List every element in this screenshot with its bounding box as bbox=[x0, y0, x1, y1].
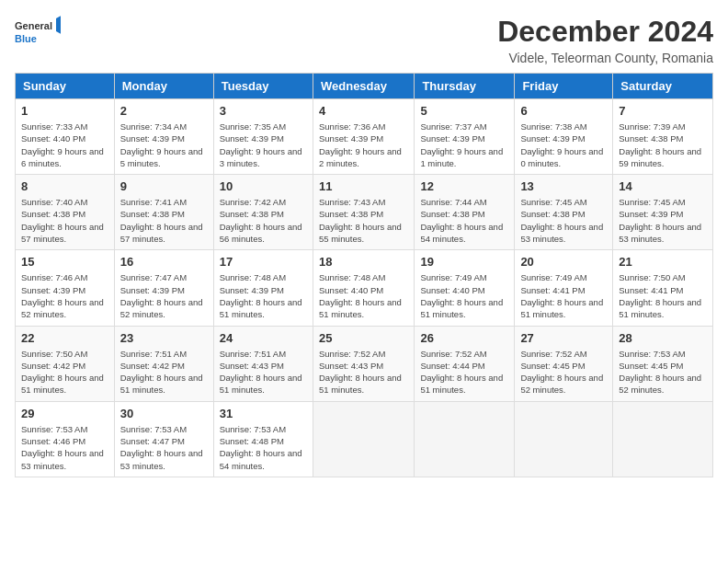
calendar-cell: 8Sunrise: 7:40 AMSunset: 4:38 PMDaylight… bbox=[16, 175, 115, 250]
day-info: Sunrise: 7:53 AMSunset: 4:47 PMDaylight:… bbox=[120, 423, 208, 472]
calendar-cell: 12Sunrise: 7:44 AMSunset: 4:38 PMDayligh… bbox=[415, 175, 515, 250]
svg-text:General: General bbox=[15, 20, 52, 31]
calendar-cell: 6Sunrise: 7:38 AMSunset: 4:39 PMDaylight… bbox=[515, 99, 613, 175]
day-number: 17 bbox=[220, 255, 307, 269]
col-saturday: Saturday bbox=[613, 74, 713, 99]
day-number: 11 bbox=[319, 179, 408, 193]
calendar-cell: 17Sunrise: 7:48 AMSunset: 4:39 PMDayligh… bbox=[213, 250, 313, 326]
col-monday: Monday bbox=[114, 74, 213, 99]
col-sunday: Sunday bbox=[16, 74, 115, 99]
day-info: Sunrise: 7:33 AMSunset: 4:40 PMDaylight:… bbox=[21, 121, 108, 169]
calendar-week-row: 29Sunrise: 7:53 AMSunset: 4:46 PMDayligh… bbox=[16, 401, 713, 477]
logo-svg: General Blue bbox=[15, 15, 61, 50]
calendar-cell: 19Sunrise: 7:49 AMSunset: 4:40 PMDayligh… bbox=[415, 250, 515, 326]
col-friday: Friday bbox=[515, 74, 613, 99]
day-info: Sunrise: 7:41 AMSunset: 4:38 PMDaylight:… bbox=[120, 196, 208, 245]
day-info: Sunrise: 7:52 AMSunset: 4:45 PMDaylight:… bbox=[520, 348, 607, 396]
svg-text:Blue: Blue bbox=[15, 33, 37, 44]
day-info: Sunrise: 7:52 AMSunset: 4:44 PMDaylight:… bbox=[420, 348, 508, 396]
day-info: Sunrise: 7:47 AMSunset: 4:39 PMDaylight:… bbox=[120, 271, 208, 320]
calendar-cell: 30Sunrise: 7:53 AMSunset: 4:47 PMDayligh… bbox=[114, 401, 213, 477]
day-info: Sunrise: 7:42 AMSunset: 4:38 PMDaylight:… bbox=[220, 196, 307, 245]
day-number: 28 bbox=[619, 331, 707, 345]
location-subtitle: Videle, Teleorman County, Romania bbox=[497, 51, 713, 65]
day-number: 1 bbox=[21, 104, 108, 118]
calendar-week-row: 15Sunrise: 7:46 AMSunset: 4:39 PMDayligh… bbox=[16, 250, 713, 326]
calendar-cell: 25Sunrise: 7:52 AMSunset: 4:43 PMDayligh… bbox=[313, 326, 414, 401]
day-info: Sunrise: 7:50 AMSunset: 4:42 PMDaylight:… bbox=[21, 348, 108, 396]
day-info: Sunrise: 7:38 AMSunset: 4:39 PMDaylight:… bbox=[520, 121, 607, 169]
day-number: 6 bbox=[520, 104, 607, 118]
calendar-cell: 1Sunrise: 7:33 AMSunset: 4:40 PMDaylight… bbox=[16, 99, 115, 175]
calendar-cell: 9Sunrise: 7:41 AMSunset: 4:38 PMDaylight… bbox=[114, 175, 213, 250]
day-info: Sunrise: 7:53 AMSunset: 4:46 PMDaylight:… bbox=[21, 423, 108, 472]
day-number: 22 bbox=[21, 331, 108, 345]
calendar-week-row: 1Sunrise: 7:33 AMSunset: 4:40 PMDaylight… bbox=[16, 99, 713, 175]
calendar-cell: 31Sunrise: 7:53 AMSunset: 4:48 PMDayligh… bbox=[213, 401, 313, 477]
day-info: Sunrise: 7:45 AMSunset: 4:39 PMDaylight:… bbox=[619, 196, 707, 245]
calendar-cell: 23Sunrise: 7:51 AMSunset: 4:42 PMDayligh… bbox=[114, 326, 213, 401]
day-info: Sunrise: 7:46 AMSunset: 4:39 PMDaylight:… bbox=[21, 271, 108, 320]
calendar-cell: 15Sunrise: 7:46 AMSunset: 4:39 PMDayligh… bbox=[16, 250, 115, 326]
day-number: 27 bbox=[520, 331, 607, 345]
day-info: Sunrise: 7:40 AMSunset: 4:38 PMDaylight:… bbox=[21, 196, 108, 245]
day-number: 31 bbox=[220, 407, 307, 420]
calendar-cell bbox=[613, 401, 713, 477]
day-number: 19 bbox=[420, 255, 508, 269]
calendar-cell bbox=[313, 401, 414, 477]
col-wednesday: Wednesday bbox=[313, 74, 414, 99]
day-number: 16 bbox=[120, 255, 208, 269]
day-info: Sunrise: 7:51 AMSunset: 4:43 PMDaylight:… bbox=[220, 348, 307, 396]
day-number: 14 bbox=[619, 179, 707, 193]
calendar-cell: 3Sunrise: 7:35 AMSunset: 4:39 PMDaylight… bbox=[213, 99, 313, 175]
calendar-cell: 5Sunrise: 7:37 AMSunset: 4:39 PMDaylight… bbox=[415, 99, 515, 175]
calendar-table: Sunday Monday Tuesday Wednesday Thursday… bbox=[15, 73, 713, 477]
day-number: 7 bbox=[619, 104, 707, 118]
month-title: December 2024 bbox=[497, 15, 713, 49]
day-number: 21 bbox=[619, 255, 707, 269]
day-number: 3 bbox=[220, 104, 307, 118]
day-info: Sunrise: 7:37 AMSunset: 4:39 PMDaylight:… bbox=[420, 121, 508, 169]
col-thursday: Thursday bbox=[415, 74, 515, 99]
calendar-cell bbox=[515, 401, 613, 477]
day-info: Sunrise: 7:52 AMSunset: 4:43 PMDaylight:… bbox=[319, 348, 408, 396]
calendar-cell: 20Sunrise: 7:49 AMSunset: 4:41 PMDayligh… bbox=[515, 250, 613, 326]
calendar-cell: 10Sunrise: 7:42 AMSunset: 4:38 PMDayligh… bbox=[213, 175, 313, 250]
day-info: Sunrise: 7:43 AMSunset: 4:38 PMDaylight:… bbox=[319, 196, 408, 245]
calendar-cell: 22Sunrise: 7:50 AMSunset: 4:42 PMDayligh… bbox=[16, 326, 115, 401]
logo: General Blue bbox=[15, 15, 61, 50]
calendar-cell: 7Sunrise: 7:39 AMSunset: 4:38 PMDaylight… bbox=[613, 99, 713, 175]
day-info: Sunrise: 7:49 AMSunset: 4:40 PMDaylight:… bbox=[420, 271, 508, 320]
calendar-cell: 4Sunrise: 7:36 AMSunset: 4:39 PMDaylight… bbox=[313, 99, 414, 175]
day-info: Sunrise: 7:49 AMSunset: 4:41 PMDaylight:… bbox=[520, 271, 607, 320]
calendar-cell: 29Sunrise: 7:53 AMSunset: 4:46 PMDayligh… bbox=[16, 401, 115, 477]
calendar-week-row: 8Sunrise: 7:40 AMSunset: 4:38 PMDaylight… bbox=[16, 175, 713, 250]
day-info: Sunrise: 7:45 AMSunset: 4:38 PMDaylight:… bbox=[520, 196, 607, 245]
calendar-cell: 14Sunrise: 7:45 AMSunset: 4:39 PMDayligh… bbox=[613, 175, 713, 250]
day-info: Sunrise: 7:34 AMSunset: 4:39 PMDaylight:… bbox=[120, 121, 208, 169]
day-number: 26 bbox=[420, 331, 508, 345]
day-info: Sunrise: 7:35 AMSunset: 4:39 PMDaylight:… bbox=[220, 121, 307, 169]
calendar-cell: 26Sunrise: 7:52 AMSunset: 4:44 PMDayligh… bbox=[415, 326, 515, 401]
day-info: Sunrise: 7:39 AMSunset: 4:38 PMDaylight:… bbox=[619, 121, 707, 169]
day-number: 15 bbox=[21, 255, 108, 269]
day-number: 12 bbox=[420, 179, 508, 193]
calendar-cell: 16Sunrise: 7:47 AMSunset: 4:39 PMDayligh… bbox=[114, 250, 213, 326]
day-info: Sunrise: 7:50 AMSunset: 4:41 PMDaylight:… bbox=[619, 271, 707, 320]
calendar-cell: 24Sunrise: 7:51 AMSunset: 4:43 PMDayligh… bbox=[213, 326, 313, 401]
day-info: Sunrise: 7:44 AMSunset: 4:38 PMDaylight:… bbox=[420, 196, 508, 245]
day-number: 9 bbox=[120, 179, 208, 193]
calendar-cell bbox=[415, 401, 515, 477]
calendar-week-row: 22Sunrise: 7:50 AMSunset: 4:42 PMDayligh… bbox=[16, 326, 713, 401]
day-info: Sunrise: 7:53 AMSunset: 4:45 PMDaylight:… bbox=[619, 348, 707, 396]
title-section: December 2024 Videle, Teleorman County, … bbox=[497, 15, 713, 65]
svg-marker-2 bbox=[56, 15, 61, 35]
day-number: 13 bbox=[520, 179, 607, 193]
col-tuesday: Tuesday bbox=[213, 74, 313, 99]
day-number: 4 bbox=[319, 104, 408, 118]
calendar-cell: 11Sunrise: 7:43 AMSunset: 4:38 PMDayligh… bbox=[313, 175, 414, 250]
day-number: 20 bbox=[520, 255, 607, 269]
day-info: Sunrise: 7:48 AMSunset: 4:40 PMDaylight:… bbox=[319, 271, 408, 320]
day-number: 18 bbox=[319, 255, 408, 269]
calendar-cell: 18Sunrise: 7:48 AMSunset: 4:40 PMDayligh… bbox=[313, 250, 414, 326]
